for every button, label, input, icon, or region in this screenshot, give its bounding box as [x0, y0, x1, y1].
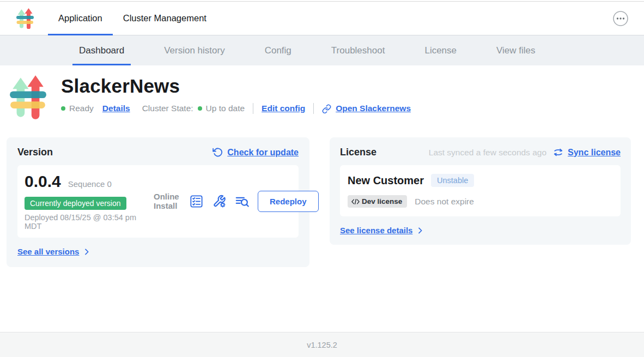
- ellipsis-circle-icon: [612, 10, 629, 27]
- version-number-row: 0.0.4 Sequence 0: [25, 172, 154, 191]
- check-for-update-link[interactable]: Check for update: [227, 148, 299, 158]
- sync-arrows-icon: [553, 147, 563, 158]
- status-divider: [313, 103, 314, 114]
- tab-cluster-management-label: Cluster Management: [123, 13, 206, 23]
- version-card-title: Version: [17, 147, 53, 158]
- last-synced-text: Last synced a few seconds ago: [429, 148, 546, 158]
- license-sync-area: Last synced a few seconds ago Sync licen…: [429, 147, 621, 158]
- version-sequence: Sequence 0: [68, 179, 112, 189]
- license-panel: New Customer Unstable Dev license Does n…: [340, 165, 621, 216]
- version-info: 0.0.4 Sequence 0 Currently deployed vers…: [25, 172, 154, 231]
- cluster-state-text: Up to date: [206, 104, 245, 113]
- app-footer: v1.125.2: [0, 332, 644, 357]
- external-link-icon: [322, 104, 331, 113]
- redeploy-button[interactable]: Redeploy: [258, 191, 319, 212]
- subnav-tab-dashboard[interactable]: Dashboard: [72, 35, 131, 65]
- license-type-badge: Dev license: [348, 195, 407, 208]
- subnav-tab-license[interactable]: License: [418, 35, 463, 65]
- subnav-tab-version-history[interactable]: Version history: [157, 35, 232, 65]
- license-type-badge-label: Dev license: [362, 197, 402, 205]
- app-hero: SlackerNews Ready Details Cluster State:…: [0, 65, 644, 119]
- hash-arrows-logo-icon: [16, 8, 34, 29]
- overflow-menu-button[interactable]: [612, 10, 629, 27]
- app-status-dot: [61, 106, 65, 111]
- subnav-tab-view-files[interactable]: View files: [490, 35, 542, 65]
- tab-application-label: Application: [58, 13, 102, 23]
- see-all-versions[interactable]: See all versions: [17, 247, 299, 256]
- open-app-link[interactable]: Open Slackernews: [336, 104, 411, 113]
- hash-arrows-logo-icon: [10, 75, 46, 119]
- top-header: Application Cluster Management: [0, 2, 644, 35]
- chevron-right-icon: [82, 247, 91, 256]
- edit-config-button[interactable]: [212, 194, 227, 209]
- subnav-tab-config-label: Config: [265, 45, 291, 56]
- preflight-checks-button[interactable]: [189, 194, 204, 209]
- license-type-row: Dev license Does not expire: [348, 195, 613, 208]
- license-card: License Last synced a few seconds ago Sy…: [330, 137, 631, 245]
- dashboard-cards: Version Check for update 0.0.4 Sequence …: [7, 137, 631, 267]
- subnav-tab-troubleshoot-label: Troubleshoot: [331, 45, 385, 56]
- version-card: Version Check for update 0.0.4 Sequence …: [7, 137, 309, 267]
- app-logo: [10, 75, 46, 119]
- log-search-icon: [235, 194, 250, 209]
- subnav-tab-view-files-label: View files: [496, 45, 536, 56]
- tab-cluster-management[interactable]: Cluster Management: [113, 2, 217, 35]
- refresh-icon: [212, 147, 223, 158]
- deployed-version-badge: Currently deployed version: [25, 197, 126, 210]
- edit-config-link[interactable]: Edit config: [262, 104, 305, 113]
- tab-application[interactable]: Application: [48, 2, 113, 35]
- version-number: 0.0.4: [25, 172, 61, 191]
- primary-nav: Application Cluster Management: [48, 2, 217, 35]
- current-version-panel: 0.0.4 Sequence 0 Currently deployed vers…: [17, 165, 299, 238]
- channel-badge: Unstable: [431, 174, 474, 187]
- status-divider: [253, 103, 253, 114]
- cluster-state-dot: [198, 106, 202, 111]
- brand-logo: [16, 8, 34, 29]
- status-details-link[interactable]: Details: [102, 104, 130, 113]
- console-version: v1.125.2: [307, 341, 337, 349]
- page-title: SlackerNews: [61, 75, 411, 97]
- sync-license-link[interactable]: Sync license: [568, 148, 621, 158]
- check-for-update[interactable]: Check for update: [212, 147, 299, 158]
- customer-name: New Customer: [348, 174, 424, 187]
- install-type-label: Online Install: [154, 192, 181, 211]
- license-expiry: Does not expire: [415, 197, 474, 207]
- app-hero-text: SlackerNews Ready Details Cluster State:…: [61, 75, 411, 119]
- see-license-details-link[interactable]: See license details: [340, 226, 412, 235]
- view-diff-button[interactable]: [235, 194, 250, 209]
- subnav-tab-dashboard-label: Dashboard: [79, 45, 124, 56]
- subnav-tab-version-history-label: Version history: [164, 45, 225, 56]
- deployed-timestamp: Deployed 08/15/25 @ 03:54 pm MDT: [25, 214, 147, 231]
- subnav-tab-troubleshoot[interactable]: Troubleshoot: [325, 35, 392, 65]
- cluster-state-label: Cluster State:: [142, 104, 193, 113]
- subnav-tab-license-label: License: [424, 45, 457, 56]
- app-subnav: Dashboard Version history Config Trouble…: [0, 35, 644, 65]
- version-actions: Online Install: [154, 172, 319, 231]
- license-card-header: License Last synced a few seconds ago Sy…: [340, 147, 621, 158]
- app-status-row: Ready Details Cluster State: Up to date …: [61, 103, 411, 114]
- subnav-tab-config[interactable]: Config: [258, 35, 298, 65]
- license-card-title: License: [340, 147, 376, 158]
- see-all-versions-link[interactable]: See all versions: [17, 247, 79, 256]
- chevron-right-icon: [416, 226, 424, 235]
- wrench-gear-icon: [212, 194, 227, 209]
- checklist-icon: [189, 194, 204, 209]
- customer-row: New Customer Unstable: [348, 174, 613, 187]
- code-icon: [351, 198, 360, 205]
- see-license-details[interactable]: See license details: [340, 226, 621, 235]
- version-card-header: Version Check for update: [17, 147, 299, 158]
- app-status-text: Ready: [69, 104, 94, 113]
